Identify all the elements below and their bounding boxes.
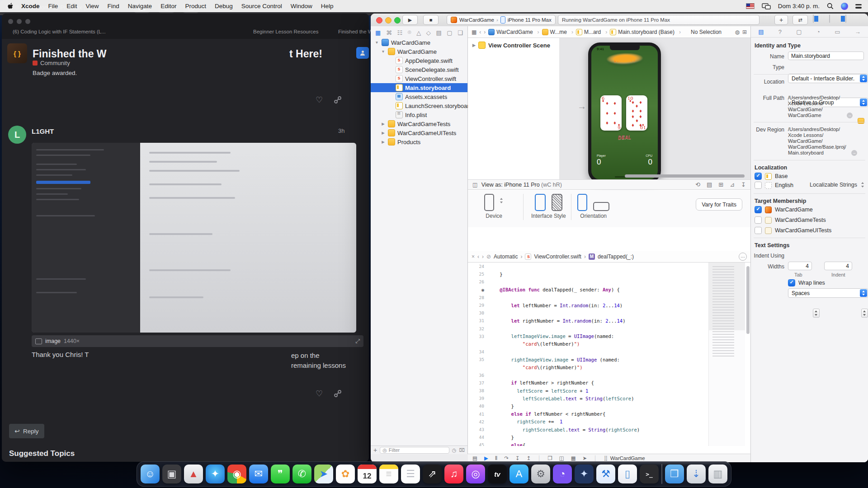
breadcrumb-item[interactable]: Main.storyboard (Base) <box>610 29 681 35</box>
nav-group-tests[interactable]: ▶ WarCardGameTests <box>371 119 467 128</box>
siri-icon[interactable] <box>841 3 848 10</box>
login-button[interactable] <box>356 47 369 59</box>
dock-downloads[interactable]: ⇣ <box>687 465 706 483</box>
share-link-icon-bottom[interactable] <box>334 389 342 398</box>
interface-style-group[interactable]: Interface Style <box>531 194 566 219</box>
layout-tool-icon[interactable]: ↧ <box>741 181 746 188</box>
nav-file-appdelegate[interactable]: AppDelegate.swift <box>371 56 467 65</box>
menu-view[interactable]: View <box>86 3 99 9</box>
wrap-lines-checkbox[interactable] <box>788 279 795 286</box>
menu-navigate[interactable]: Navigate <box>128 3 152 9</box>
storyboard-deal-button[interactable]: DEAL <box>618 135 632 140</box>
toggle-debug-area-button[interactable] <box>829 14 830 23</box>
project-navigator-icon[interactable]: ▦ <box>375 29 381 36</box>
menu-help[interactable]: Help <box>321 3 334 9</box>
code-review-icon[interactable]: … <box>739 253 747 261</box>
code-forward-icon[interactable]: › <box>482 253 484 260</box>
connections-inspector-icon[interactable]: → <box>855 28 861 35</box>
localization-base-row[interactable]: Base <box>755 173 788 180</box>
dock-messages[interactable]: ❞ <box>271 465 290 483</box>
dock-divider[interactable] <box>661 464 662 484</box>
orientation-group[interactable]: Orientation <box>577 194 609 219</box>
recent-filter-icon[interactable]: ◷ <box>452 447 457 453</box>
wrap-lines-row[interactable]: Wrap lines <box>788 279 825 286</box>
step-out-icon[interactable]: ↥ <box>527 455 531 461</box>
dock-mail[interactable]: ✉ <box>249 465 268 483</box>
target-warcardgameuitests[interactable]: WarCardGameUITests <box>755 227 864 234</box>
pause-icon[interactable]: Ⅱ <box>495 455 498 461</box>
localization-english-row[interactable]: English <box>755 182 793 189</box>
forward-icon[interactable]: › <box>484 29 486 35</box>
like-icon-top[interactable]: ♡ <box>316 95 323 105</box>
forum-logo[interactable]: { } <box>7 43 27 63</box>
dock-facetime[interactable]: ✆ <box>292 465 311 483</box>
target-warcardgame[interactable]: WarCardGame <box>755 206 864 213</box>
breadcrumb-item[interactable]: WarCardGame <box>488 29 539 35</box>
dock-notes[interactable]: ≡ <box>379 465 398 483</box>
related-items-icon[interactable]: ⊘ <box>486 253 491 260</box>
memory-graph-icon[interactable]: ◫ <box>559 455 564 461</box>
dock-clock[interactable]: ◔ <box>553 465 572 483</box>
target-warcardgametests[interactable]: WarCardGameTests <box>755 216 864 224</box>
nav-group-uitests[interactable]: ▶ WarCardGameUITests <box>371 128 467 137</box>
debug-separator-2[interactable]: │ <box>594 455 597 461</box>
menu-editor[interactable]: Editor <box>160 3 176 9</box>
dock-calendar[interactable]: 12 <box>358 465 377 483</box>
dock-folder-documents[interactable]: ❒ <box>665 465 684 483</box>
outline-toggle-icon[interactable]: ◫ <box>472 181 478 188</box>
view-as-text[interactable]: View as: iPhone 11 Pro (wC hR) <box>481 182 562 188</box>
nav-group-products[interactable]: ▶ Products <box>371 137 467 146</box>
dock-chrome[interactable]: ◉ <box>227 465 246 483</box>
toggle-debug-area-icon[interactable]: ▤ <box>472 455 477 461</box>
code-scrollbar[interactable] <box>746 266 750 334</box>
dock-app-dark[interactable]: ✦ <box>575 465 594 483</box>
nav-file-assets[interactable]: Assets.xcassets <box>371 92 467 101</box>
running-app-chip[interactable]: ⣿ WarCardGame <box>604 455 645 461</box>
step-into-icon[interactable]: ↧ <box>515 455 520 461</box>
minimap-grid-icon[interactable]: ▦ <box>472 29 476 35</box>
disclosure-arrow-icon[interactable]: ▼ <box>374 40 379 45</box>
code-back-icon[interactable]: ‹ <box>477 253 479 260</box>
indent-width-stepper[interactable] <box>861 309 868 318</box>
base-checkbox[interactable] <box>755 173 762 180</box>
nav-project-warcardgame[interactable]: ▼ WarCardGame <box>371 38 467 47</box>
portrait-icon[interactable] <box>577 194 587 211</box>
stop-button[interactable]: ■ <box>423 15 439 25</box>
storyboard-phone[interactable]: 9:41 WAR!! 6♦6♦♦♦♦♦♦♦ 10♦10♦♦♦♦♦♦♦♦♦♦♦ D… <box>588 42 661 183</box>
editor-arrows-button[interactable]: ⇄ <box>793 15 808 25</box>
layout-tool-icon[interactable]: ▤ <box>707 181 712 188</box>
like-icon-bottom[interactable]: ♡ <box>316 389 323 399</box>
issue-navigator-icon[interactable]: △ <box>416 29 421 36</box>
scm-filter-icon[interactable]: ⌧ <box>459 447 465 453</box>
spotlight-search-icon[interactable] <box>827 3 834 9</box>
dock-photos[interactable]: ✿ <box>336 465 355 483</box>
dock-system-preferences[interactable]: ⚙ <box>531 465 550 483</box>
disclosure-arrow-icon[interactable]: ▶ <box>381 122 386 126</box>
dock-safari[interactable]: ✦ <box>206 465 225 483</box>
avatar[interactable]: L <box>8 126 26 144</box>
disclosure-arrow-icon[interactable]: ▶ <box>381 140 386 144</box>
landscape-icon[interactable] <box>593 202 609 211</box>
browser-zoom-button[interactable] <box>25 19 30 24</box>
file-inspector-icon[interactable]: ▤ <box>758 28 764 35</box>
device-chevron-icon[interactable] <box>499 197 504 204</box>
screen-mirroring-icon[interactable] <box>762 3 771 9</box>
dock-photo-booth[interactable]: ▣ <box>162 465 181 483</box>
close-editor-icon[interactable]: × <box>472 253 475 260</box>
localizable-strings-stepper-icon[interactable] <box>860 182 865 188</box>
breadcrumb-item[interactable]: W...me <box>542 29 573 35</box>
disclosure-arrow-icon[interactable]: ▶ <box>381 131 386 135</box>
nav-file-main-storyboard[interactable]: Main.storyboard <box>371 83 467 92</box>
control-center-icon[interactable] <box>855 4 862 9</box>
post-username[interactable]: L1GHT <box>32 127 54 135</box>
expand-icon[interactable]: ⤢ <box>355 338 360 345</box>
browser-close-button[interactable] <box>8 19 13 24</box>
layout-tool-icon[interactable]: ⊿ <box>730 181 735 188</box>
view-controller-scene-row[interactable]: ▶ View Controller Scene <box>468 38 559 49</box>
dock-reminders[interactable]: ☰ <box>401 465 420 483</box>
storyboard-left-card[interactable]: 6♦6♦♦♦♦♦♦♦ <box>600 95 622 131</box>
choose-location-folder-icon[interactable] <box>858 118 864 124</box>
dark-style-icon[interactable] <box>552 194 562 211</box>
environment-overrides-icon[interactable]: ▦ <box>571 455 576 461</box>
xcode-close-button[interactable] <box>376 17 382 23</box>
